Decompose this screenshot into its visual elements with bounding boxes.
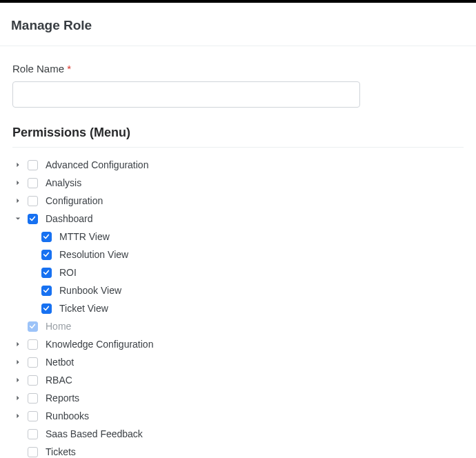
tree-node-resolution-view: Resolution View [26, 246, 464, 263]
tree-node-roi: ROI [26, 263, 464, 281]
permission-checkbox[interactable] [28, 429, 38, 439]
permission-checkbox[interactable] [28, 339, 38, 350]
checkbox-wrap [26, 159, 39, 171]
permissions-tree: Advanced ConfigurationAnalysisConfigurat… [12, 156, 464, 458]
permission-checkbox[interactable] [28, 178, 38, 188]
permissions-heading: Permissions (Menu) [12, 126, 464, 148]
caret-right-icon[interactable] [12, 392, 23, 404]
caret-spacer [26, 249, 37, 260]
tree-row: Ticket View [26, 299, 464, 317]
tree-node-saas-based-feedback: Saas Based Feedback [12, 425, 464, 443]
tree-row: Runbooks [12, 407, 464, 425]
checkbox-wrap [26, 177, 39, 189]
tree-children: MTTR ViewResolution ViewROIRunbook ViewT… [12, 228, 464, 317]
tree-node-label[interactable]: Resolution View [59, 249, 128, 260]
permission-checkbox[interactable] [41, 232, 52, 242]
tree-node-label[interactable]: Knowledge Configuration [46, 339, 153, 350]
permission-checkbox[interactable] [28, 375, 38, 386]
tree-node-knowledge-configuration: Knowledge Configuration [12, 335, 464, 353]
tree-node-label[interactable]: Reports [46, 392, 79, 404]
tree-node-label[interactable]: MTTR View [59, 231, 110, 242]
checkbox-wrap [40, 230, 52, 243]
caret-right-icon[interactable] [12, 195, 23, 206]
permission-checkbox[interactable] [28, 196, 38, 206]
caret-right-icon[interactable] [12, 177, 23, 188]
caret-spacer [12, 321, 23, 332]
permission-checkbox[interactable] [41, 286, 52, 296]
caret-spacer [26, 267, 37, 278]
checkbox-wrap [26, 410, 39, 422]
tree-row: Knowledge Configuration [12, 335, 464, 353]
caret-right-icon[interactable] [12, 410, 23, 421]
checkbox-wrap [40, 248, 52, 261]
role-name-label-text: Role Name [12, 63, 64, 74]
tree-node-label[interactable]: Home [46, 321, 71, 332]
checkbox-wrap [40, 284, 52, 297]
permission-checkbox[interactable] [41, 268, 52, 278]
tree-node-label[interactable]: Advanced Configuration [46, 159, 148, 170]
permission-checkbox[interactable] [28, 411, 38, 421]
page-header: Manage Role [0, 3, 476, 46]
tree-node-label[interactable]: Ticket View [59, 303, 108, 314]
permission-checkbox [28, 321, 38, 332]
tree-row: Reports [12, 389, 464, 407]
role-name-label: Role Name * [12, 63, 464, 74]
permission-checkbox[interactable] [41, 303, 52, 314]
tree-node-ticket-view: Ticket View [26, 299, 464, 317]
tree-node-analysis: Analysis [12, 174, 464, 192]
caret-down-icon[interactable] [12, 213, 23, 224]
tree-row: Home [12, 317, 464, 335]
tree-node-dashboard: DashboardMTTR ViewResolution ViewROIRunb… [12, 210, 464, 317]
tree-node-label[interactable]: ROI [59, 267, 77, 278]
caret-spacer [12, 428, 23, 439]
tree-node-home: Home [12, 317, 464, 335]
checkbox-wrap [40, 266, 52, 279]
tree-node-mttr-view: MTTR View [26, 228, 464, 246]
caret-right-icon[interactable] [12, 375, 23, 386]
tree-node-runbooks: Runbooks [12, 407, 464, 425]
checkbox-wrap [26, 320, 39, 332]
permission-checkbox[interactable] [28, 393, 38, 404]
caret-right-icon[interactable] [12, 339, 23, 350]
tree-row: Runbook View [26, 281, 464, 299]
checkbox-wrap [26, 446, 39, 458]
checkbox-wrap [26, 212, 39, 225]
checkbox-wrap [26, 356, 39, 368]
tree-node-label[interactable]: Tickets [46, 446, 76, 457]
tree-row: Saas Based Feedback [12, 425, 464, 443]
tree-row: MTTR View [26, 228, 464, 246]
permission-checkbox[interactable] [28, 160, 38, 170]
caret-spacer [12, 446, 23, 457]
permission-checkbox[interactable] [28, 357, 38, 368]
tree-node-label[interactable]: Runbooks [46, 410, 89, 421]
role-name-input[interactable] [12, 81, 360, 108]
tree-node-label[interactable]: Netbot [46, 357, 74, 368]
caret-spacer [26, 231, 37, 242]
permission-checkbox[interactable] [28, 214, 38, 224]
tree-node-label[interactable]: Analysis [46, 177, 81, 188]
caret-right-icon[interactable] [12, 357, 23, 368]
tree-row: Advanced Configuration [12, 156, 464, 174]
permission-checkbox[interactable] [28, 447, 38, 457]
tree-row: Tickets [12, 443, 464, 458]
tree-node-label[interactable]: Configuration [46, 195, 103, 206]
tree-node-label[interactable]: Saas Based Feedback [46, 428, 143, 439]
page-title: Manage Role [11, 18, 465, 33]
caret-right-icon[interactable] [12, 159, 23, 170]
permission-checkbox[interactable] [41, 250, 52, 260]
tree-row: Dashboard [12, 210, 464, 228]
tree-row: Analysis [12, 174, 464, 192]
tree-row: RBAC [12, 371, 464, 389]
content: Role Name * Permissions (Menu) Advanced … [0, 46, 476, 458]
tree-node-runbook-view: Runbook View [26, 281, 464, 299]
tree-node-label[interactable]: Dashboard [46, 213, 93, 224]
caret-spacer [26, 285, 37, 296]
checkbox-wrap [26, 428, 39, 440]
tree-row: Configuration [12, 192, 464, 210]
tree-node-advanced-configuration: Advanced Configuration [12, 156, 464, 174]
tree-node-rbac: RBAC [12, 371, 464, 389]
tree-row: Netbot [12, 353, 464, 371]
tree-node-label[interactable]: Runbook View [59, 285, 121, 296]
tree-node-label[interactable]: RBAC [46, 375, 72, 386]
checkbox-wrap [26, 374, 39, 386]
